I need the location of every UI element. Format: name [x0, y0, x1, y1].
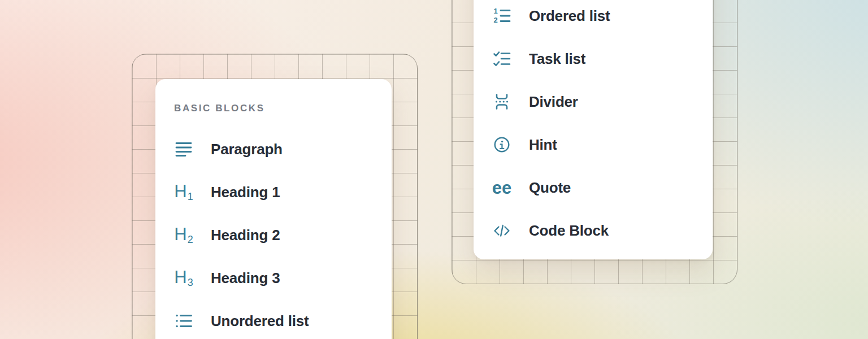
paragraph-icon — [175, 140, 193, 158]
menu-item-label: Heading 3 — [211, 270, 280, 287]
menu-item-label: Unordered list — [211, 312, 309, 330]
menu-item-label: Heading 2 — [211, 227, 280, 244]
basic-blocks-menu: BASIC BLOCKS Paragraph H1 Heading 1 H2 H… — [155, 79, 392, 339]
section-header-basic-blocks: BASIC BLOCKS — [174, 103, 392, 114]
menu-item-code-block[interactable]: Code Block — [474, 209, 713, 252]
more-blocks-menu: 1 2 Ordered list Task list — [474, 0, 713, 259]
menu-item-unordered-list[interactable]: Unordered list — [155, 299, 392, 339]
menu-item-ordered-list[interactable]: 1 2 Ordered list — [474, 0, 713, 37]
menu-item-label: Task list — [529, 50, 585, 68]
more-blocks-list: 1 2 Ordered list Task list — [474, 0, 713, 252]
ordered-list-icon: 1 2 — [493, 7, 511, 25]
menu-item-label: Ordered list — [529, 7, 610, 25]
task-list-icon — [493, 50, 511, 68]
menu-item-paragraph[interactable]: Paragraph — [155, 128, 392, 171]
svg-text:1: 1 — [493, 7, 497, 15]
menu-item-heading-3[interactable]: H3 Heading 3 — [155, 257, 392, 299]
quote-icon: ee — [493, 179, 511, 197]
hint-icon — [493, 136, 511, 154]
menu-item-hint[interactable]: Hint — [474, 123, 713, 166]
heading-3-icon: H3 — [175, 269, 193, 287]
menu-item-label: Divider — [529, 93, 578, 111]
menu-item-heading-1[interactable]: H1 Heading 1 — [155, 171, 392, 214]
svg-text:2: 2 — [493, 16, 497, 24]
menu-item-label: Quote — [529, 179, 571, 197]
menu-item-quote[interactable]: ee Quote — [474, 166, 713, 209]
menu-item-label: Code Block — [529, 222, 609, 240]
heading-2-icon: H2 — [175, 226, 193, 244]
heading-1-icon: H1 — [175, 183, 193, 201]
menu-item-label: Heading 1 — [211, 184, 280, 201]
menu-item-heading-2[interactable]: H2 Heading 2 — [155, 214, 392, 257]
menu-item-label: Hint — [529, 136, 557, 154]
divider-icon — [493, 93, 511, 111]
menu-item-task-list[interactable]: Task list — [474, 37, 713, 80]
basic-blocks-list: Paragraph H1 Heading 1 H2 Heading 2 H3 H… — [155, 128, 392, 339]
menu-item-label: Paragraph — [211, 141, 283, 158]
code-block-icon — [493, 221, 511, 240]
menu-item-divider[interactable]: Divider — [474, 80, 713, 123]
unordered-list-icon — [175, 312, 193, 330]
